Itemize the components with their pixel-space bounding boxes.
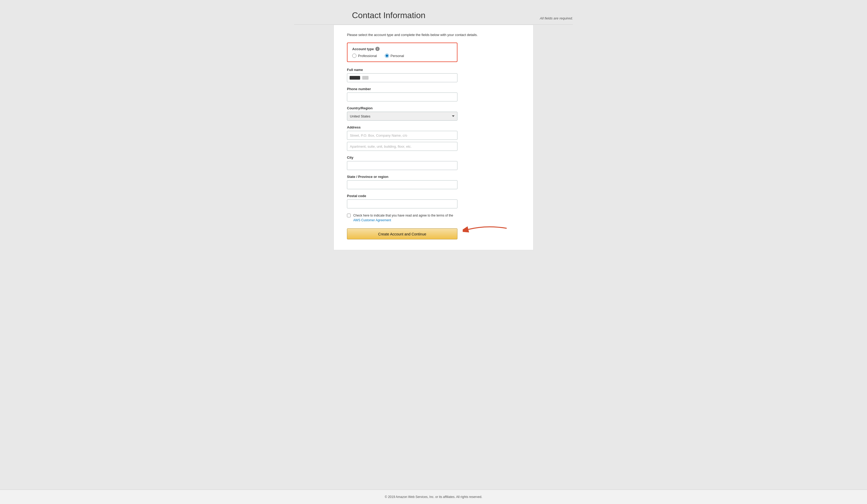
footer-text: © 2019 Amazon Web Services, Inc. or its …	[385, 495, 482, 499]
form-card: Please select the account type and compl…	[333, 25, 534, 250]
page-header: Contact Information All fields are requi…	[294, 11, 573, 25]
city-field: City	[347, 155, 520, 170]
required-note: All fields are required.	[540, 16, 573, 20]
create-account-button[interactable]: Create Account and Continue	[347, 228, 458, 239]
full-name-label: Full name	[347, 68, 520, 72]
state-label: State / Province or region	[347, 175, 520, 179]
country-region-select[interactable]: United States Canada United Kingdom Aust…	[347, 112, 458, 121]
radio-professional[interactable]: Professional	[352, 54, 377, 58]
info-icon[interactable]: i	[375, 47, 379, 51]
address-line1-wrapper	[347, 131, 520, 140]
arrow-annotation	[463, 221, 510, 237]
postal-code-label: Postal code	[347, 194, 520, 198]
radio-label-professional: Professional	[358, 54, 377, 58]
phone-number-input[interactable]	[347, 92, 458, 101]
full-name-wrapper	[347, 73, 458, 82]
arrow-svg	[463, 221, 510, 237]
address-line1-input[interactable]	[347, 131, 458, 140]
account-type-box: Account type i Professional Personal	[347, 43, 458, 62]
radio-input-personal[interactable]	[385, 54, 389, 58]
radio-personal[interactable]: Personal	[385, 54, 404, 58]
postal-code-input[interactable]	[347, 199, 458, 208]
agreement-text: Check here to indicate that you have rea…	[353, 213, 458, 222]
country-region-label: Country/Region	[347, 106, 520, 110]
agreement-checkbox[interactable]	[347, 213, 351, 217]
address-line2-input[interactable]	[347, 142, 458, 151]
state-input[interactable]	[347, 180, 458, 189]
country-region-field: Country/Region United States Canada Unit…	[347, 106, 520, 121]
agreement-row: Check here to indicate that you have rea…	[347, 213, 458, 222]
address-field: Address	[347, 125, 520, 151]
aws-agreement-link[interactable]: AWS Customer Agreement	[353, 218, 391, 222]
full-name-field: Full name	[347, 68, 520, 82]
form-description: Please select the account type and compl…	[347, 33, 520, 37]
radio-label-personal: Personal	[390, 54, 404, 58]
city-label: City	[347, 155, 520, 160]
city-input[interactable]	[347, 161, 458, 170]
footer: © 2019 Amazon Web Services, Inc. or its …	[0, 490, 867, 504]
state-field: State / Province or region	[347, 175, 520, 189]
submit-wrapper: Create Account and Continue	[347, 228, 458, 239]
page-title: Contact Information	[352, 11, 425, 20]
account-type-label: Account type i	[352, 47, 452, 51]
full-name-input[interactable]	[347, 73, 458, 82]
postal-code-field: Postal code	[347, 194, 520, 208]
phone-number-label: Phone number	[347, 87, 520, 91]
account-type-radio-group: Professional Personal	[352, 54, 452, 58]
address-label: Address	[347, 125, 520, 129]
radio-input-professional[interactable]	[352, 54, 356, 58]
phone-number-field: Phone number	[347, 87, 520, 101]
address-line2-wrapper	[347, 142, 520, 151]
